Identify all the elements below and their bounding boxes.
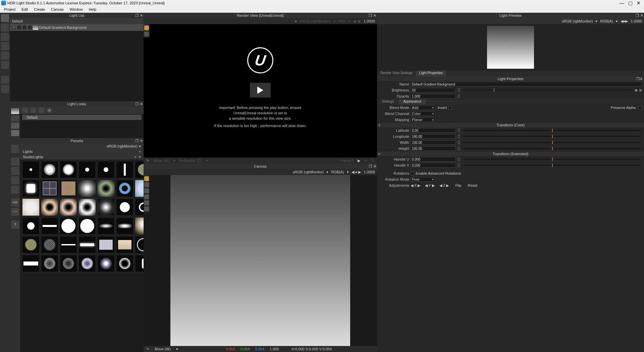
rv-move-tool[interactable]: Move (W) — [153, 159, 169, 163]
look-delete-button[interactable]: ✕ — [46, 108, 52, 113]
render-toggle[interactable] — [28, 25, 32, 30]
cv-tool-fit[interactable] — [144, 200, 149, 205]
tab-light-properties[interactable]: Light Properties — [416, 70, 446, 76]
rv-tool-brush[interactable] — [144, 25, 149, 30]
tool-light-2[interactable] — [1, 23, 9, 32]
preset-item[interactable] — [22, 198, 40, 216]
canvas-colorspace[interactable]: sRGB (rgbMonitor) — [293, 170, 324, 174]
prop-handleu-slider[interactable] — [463, 159, 641, 160]
preset-item[interactable] — [22, 236, 40, 253]
lp-colorspace[interactable]: sRGB (rgbMonitor) — [562, 19, 593, 23]
menu-project[interactable]: Project — [1, 7, 18, 12]
cv-tool-pointer[interactable] — [144, 182, 149, 187]
rv-tool-pointer[interactable] — [144, 32, 149, 36]
menu-edit[interactable]: Edit — [19, 7, 31, 12]
preset-item[interactable] — [78, 255, 96, 272]
tool-pick[interactable] — [1, 76, 9, 84]
undock-icon[interactable]: ❐ — [636, 13, 639, 18]
preset-filter-4[interactable] — [11, 176, 19, 184]
prop-latitude-slider[interactable] — [463, 130, 641, 131]
look-item[interactable]: Default — [22, 115, 142, 120]
close-icon[interactable]: ✕ — [640, 13, 643, 18]
preset-item[interactable] — [135, 236, 144, 253]
preset-item[interactable] — [60, 198, 77, 216]
rv-refresh-icon[interactable]: ⟳ — [364, 159, 367, 163]
canvas-tool[interactable]: Move (W) — [155, 347, 171, 351]
prop-height[interactable] — [411, 146, 456, 151]
preset-item[interactable] — [135, 161, 144, 178]
spinner[interactable]: ▴▾ — [457, 88, 461, 93]
prop-opacity-input[interactable] — [411, 94, 456, 99]
menu-window[interactable]: Window — [67, 7, 86, 12]
minimize-button[interactable]: — — [620, 0, 624, 6]
cv-tool-zoom[interactable] — [144, 194, 149, 199]
tool-light-1[interactable] — [1, 14, 9, 22]
tool-light-5[interactable] — [1, 52, 9, 60]
preset-item[interactable] — [97, 255, 115, 272]
rv-exposure[interactable]: 1.0000 — [364, 19, 375, 23]
preset-item[interactable] — [22, 217, 40, 235]
preset-item[interactable] — [135, 217, 144, 235]
rv-channel[interactable]: HSV — [338, 19, 346, 23]
preset-item[interactable] — [60, 180, 77, 197]
presets-category[interactable]: Lights▾ — [20, 149, 144, 154]
preset-filter-3[interactable] — [11, 167, 19, 175]
preset-item[interactable] — [135, 180, 144, 197]
preset-item[interactable] — [41, 161, 58, 178]
rv-tool-brush2[interactable]: ✎ — [146, 159, 149, 163]
close-icon[interactable]: ✕ — [140, 102, 143, 106]
preset-item[interactable] — [116, 161, 133, 178]
undock-icon[interactable]: ❐ — [135, 102, 139, 106]
prop-latitude[interactable] — [411, 128, 456, 133]
prop-brightness-slider[interactable] — [463, 90, 632, 91]
maximize-button[interactable]: ▢ — [628, 0, 633, 6]
prop-longitude-slider[interactable] — [463, 136, 641, 137]
preset-item[interactable] — [41, 236, 58, 253]
lock-toggle[interactable] — [22, 25, 27, 30]
prop-blend-channel[interactable]: Color▾ — [411, 111, 435, 116]
prop-width[interactable] — [411, 140, 456, 145]
play-button[interactable] — [250, 83, 271, 98]
brightness-link[interactable]: ⊘ — [639, 88, 642, 93]
canvas-exposure[interactable]: 1.0000 — [364, 170, 375, 174]
preset-item[interactable] — [60, 161, 77, 178]
presets-colorspace[interactable]: sRGB (rgbMonitor) — [107, 144, 138, 148]
lp-exposure-slider[interactable]: ◀●▶ — [621, 19, 628, 23]
prop-name-input[interactable] — [411, 82, 642, 86]
lp-channel[interactable]: RGB(A) — [600, 19, 613, 23]
preset-item[interactable] — [41, 198, 58, 216]
subtab-settings[interactable]: Settings — [377, 99, 398, 105]
look-swatch-1[interactable] — [11, 108, 19, 114]
light-list-group[interactable]: Default — [10, 18, 144, 24]
preset-item[interactable] — [22, 180, 40, 197]
preset-item[interactable] — [60, 217, 77, 235]
tab-render-view-settings[interactable]: Render View Settings — [377, 70, 416, 76]
lp-exposure[interactable]: 1.0000 — [631, 19, 642, 23]
rv-colorspace[interactable]: sRGB (rgbMonitor) — [300, 19, 330, 23]
close-icon[interactable]: ✕ — [373, 13, 376, 18]
undock-icon[interactable]: ❐ — [636, 77, 640, 81]
preset-item[interactable] — [116, 255, 133, 272]
preset-filter-1[interactable] — [11, 145, 19, 153]
preset-item[interactable] — [60, 255, 77, 272]
prop-mapping[interactable]: Planar▾ — [411, 117, 435, 122]
subtab-appearance[interactable]: Appearance — [398, 99, 426, 105]
prop-handle-v[interactable] — [411, 163, 456, 168]
preset-item[interactable] — [116, 236, 133, 253]
look-dup-button[interactable] — [30, 108, 36, 113]
prop-rotations-check[interactable] — [411, 172, 414, 175]
undock-icon[interactable]: ❐ — [135, 13, 139, 18]
menu-create[interactable]: Create — [31, 7, 48, 12]
preset-item[interactable] — [41, 180, 58, 197]
preset-item[interactable] — [97, 236, 115, 253]
preset-filter-hdr[interactable]: HDR — [11, 198, 19, 207]
tool-light-3[interactable] — [1, 33, 9, 41]
preset-item[interactable] — [97, 217, 115, 235]
prop-invert-check[interactable] — [448, 106, 452, 110]
canvas-viewport[interactable]: + — [170, 175, 350, 346]
canvas-exposure-slider[interactable]: ◀ ● ▶ — [352, 170, 361, 174]
preset-item[interactable] — [116, 198, 133, 216]
rv-loop-icon[interactable]: ↻ — [371, 159, 374, 163]
close-icon[interactable]: ✕ — [640, 77, 643, 81]
preset-item[interactable] — [97, 161, 115, 178]
